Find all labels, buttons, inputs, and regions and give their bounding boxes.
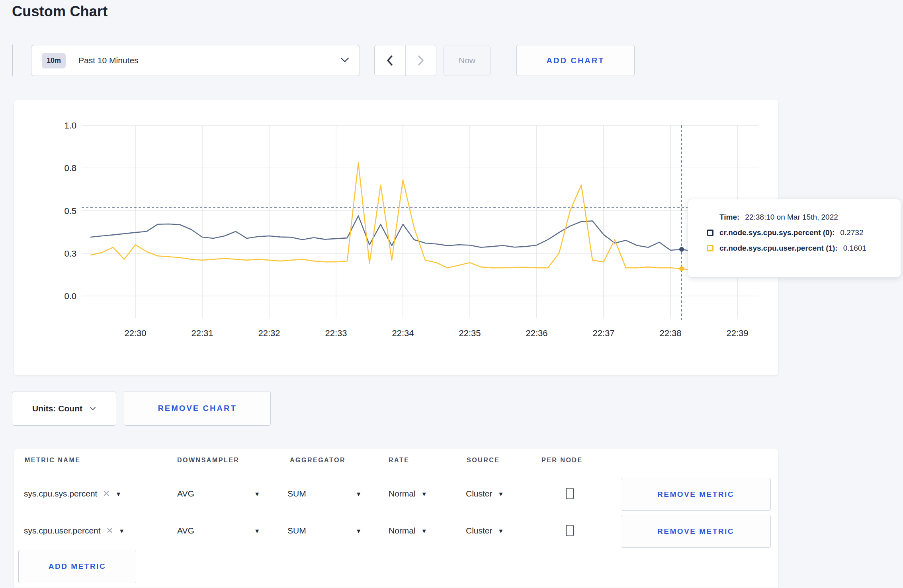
x-tick-label: 22:30	[124, 328, 146, 338]
aggregator-value: SUM	[287, 526, 306, 535]
chevron-down-icon: ▼	[254, 528, 260, 534]
chart-tooltip: Time: 22:38:10 on Mar 15th, 2022 cr.node…	[688, 199, 901, 278]
rate-value: Normal	[389, 526, 416, 535]
next-time-button[interactable]	[405, 45, 436, 76]
chevron-down-icon: ▼	[115, 491, 121, 497]
col-header-aggregator: AGGREGATOR	[290, 457, 346, 464]
tooltip-time-value: 22:38:10 on Mar 15th, 2022	[745, 213, 838, 222]
y-tick-label: 0.8	[64, 163, 76, 173]
chevron-down-icon: ▼	[356, 491, 362, 497]
chevron-down-icon: ▼	[254, 491, 260, 497]
chevron-down-icon	[340, 57, 349, 64]
remove-metric-button[interactable]: REMOVE METRIC	[621, 515, 771, 548]
timeseries-chart[interactable]: 0.00.30.50.81.022:3022:3122:3222:3322:34…	[14, 99, 779, 376]
series-line	[91, 163, 749, 271]
metric-name-select[interactable]: sys.cpu.sys.percent ✕ ▼	[24, 489, 121, 498]
tooltip-user-value: 0.1601	[843, 244, 866, 253]
x-tick-label: 22:39	[726, 328, 748, 338]
source-select[interactable]: Cluster ▼	[466, 526, 504, 535]
x-tick-label: 22:34	[392, 328, 414, 338]
source-value: Cluster	[466, 526, 493, 535]
hover-dot	[679, 266, 684, 271]
tooltip-time-label: Time:	[719, 213, 739, 222]
clear-metric-icon[interactable]: ✕	[103, 489, 110, 498]
add-metric-button[interactable]: ADD METRIC	[18, 550, 136, 583]
rate-select[interactable]: Normal ▼	[389, 526, 427, 535]
units-dropdown[interactable]: Units: Count	[12, 391, 116, 426]
add-chart-button[interactable]: ADD CHART	[516, 45, 635, 76]
time-range-label: Past 10 Minutes	[78, 56, 139, 65]
source-value: Cluster	[466, 489, 493, 498]
series-user-swatch-icon	[707, 245, 713, 251]
per-node-checkbox[interactable]	[566, 525, 574, 536]
remove-chart-button[interactable]: REMOVE CHART	[124, 391, 271, 426]
toolbar-divider	[12, 45, 13, 76]
aggregator-value: SUM	[287, 489, 306, 498]
x-tick-label: 22:33	[325, 328, 347, 338]
x-tick-label: 22:32	[258, 328, 280, 338]
chevron-down-icon	[90, 407, 96, 411]
y-tick-label: 1.0	[64, 121, 76, 130]
hover-dot	[679, 247, 684, 252]
x-tick-label: 22:36	[526, 328, 547, 338]
x-tick-label: 22:31	[191, 328, 213, 338]
chevron-down-icon: ▼	[421, 528, 427, 534]
col-header-rate: RATE	[389, 457, 409, 464]
col-header-metric-name: METRIC NAME	[25, 457, 80, 464]
rate-value: Normal	[389, 489, 416, 498]
x-tick-label: 22:38	[659, 328, 681, 338]
chevron-down-icon: ▼	[498, 491, 504, 497]
clear-metric-icon[interactable]: ✕	[106, 526, 113, 535]
rate-select[interactable]: Normal ▼	[389, 489, 427, 498]
col-header-per-node: PER NODE	[541, 457, 583, 464]
chevron-down-icon: ▼	[356, 528, 362, 534]
metric-name-value: sys.cpu.user.percent	[24, 526, 101, 535]
tooltip-sys-label: cr.node.sys.cpu.sys.percent (0):	[719, 228, 835, 237]
source-select[interactable]: Cluster ▼	[466, 489, 504, 498]
time-nav-group	[374, 45, 436, 76]
time-range-badge: 10m	[42, 53, 66, 68]
page-title: Custom Chart	[12, 3, 108, 20]
metric-name-select[interactable]: sys.cpu.user.percent ✕ ▼	[24, 526, 125, 535]
col-header-downsampler: DOWNSAMPLER	[177, 457, 239, 464]
series-sys-swatch-icon	[707, 230, 713, 236]
downsampler-value: AVG	[177, 489, 194, 498]
aggregator-select[interactable]: SUM ▼	[287, 489, 362, 498]
remove-metric-button[interactable]: REMOVE METRIC	[621, 478, 771, 511]
downsampler-value: AVG	[177, 526, 194, 535]
chevron-down-icon: ▼	[498, 528, 504, 534]
metric-name-value: sys.cpu.sys.percent	[24, 489, 97, 498]
aggregator-select[interactable]: SUM ▼	[287, 526, 362, 535]
y-tick-label: 0.0	[64, 291, 76, 301]
tooltip-sys-value: 0.2732	[840, 228, 863, 237]
y-tick-label: 0.3	[64, 249, 76, 259]
prev-time-button[interactable]	[375, 45, 405, 76]
col-header-source: SOURCE	[467, 457, 500, 464]
downsampler-select[interactable]: AVG ▼	[177, 526, 260, 535]
units-label: Units: Count	[32, 404, 82, 413]
time-range-dropdown[interactable]: 10m Past 10 Minutes	[31, 45, 360, 76]
x-tick-label: 22:35	[459, 328, 481, 338]
downsampler-select[interactable]: AVG ▼	[177, 489, 260, 498]
series-line	[91, 216, 749, 251]
tooltip-user-label: cr.node.sys.cpu.user.percent (1):	[719, 244, 838, 253]
chevron-down-icon: ▼	[119, 528, 125, 534]
chevron-down-icon: ▼	[421, 491, 427, 497]
now-button[interactable]: Now	[444, 45, 491, 76]
x-tick-label: 22:37	[592, 328, 614, 338]
per-node-checkbox[interactable]	[566, 488, 574, 499]
y-tick-label: 0.5	[64, 206, 76, 216]
